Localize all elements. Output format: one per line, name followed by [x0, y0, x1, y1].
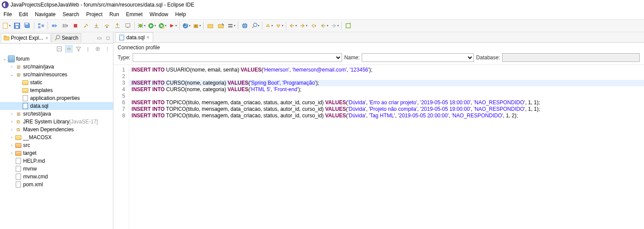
menu-run[interactable]: Run — [106, 10, 123, 18]
close-icon[interactable]: × — [147, 34, 150, 41]
new-server-button[interactable] — [226, 21, 236, 31]
save-button[interactable] — [12, 21, 22, 31]
sql-file-icon — [119, 34, 125, 41]
minimize-icon[interactable]: ▭ — [96, 35, 103, 41]
toggle-breadcrumb-button[interactable] — [36, 21, 46, 31]
menu-window[interactable]: Window — [146, 10, 172, 18]
tree-item[interactable]: application.properties — [0, 94, 113, 102]
title-bar: JavaProjectsEclipseJavaWeb - forum/src/m… — [0, 0, 644, 10]
code-content[interactable]: INSERT INTO USUARIO(nome, email, senha) … — [129, 65, 644, 229]
new-button[interactable] — [2, 21, 11, 31]
open-task-button[interactable] — [216, 21, 226, 31]
back-button[interactable] — [288, 21, 298, 31]
tree-item[interactable]: mvnw.cmd — [0, 173, 113, 181]
svg-text:J: J — [184, 23, 187, 28]
project-tree[interactable]: forum⊞src/main/java⊞src/main/resourcesst… — [0, 54, 113, 229]
editor-area: data.sql × Connection profile Type: Name… — [113, 32, 644, 229]
code-editor[interactable]: 12345678 INSERT INTO USUARIO(nome, email… — [113, 65, 644, 229]
name-combo[interactable] — [362, 53, 474, 62]
drop-to-frame-button[interactable] — [123, 21, 133, 31]
tree-item[interactable]: ⊞src/main/resources — [0, 71, 113, 79]
tree-item[interactable]: target — [0, 149, 113, 157]
database-label: Database: — [476, 55, 500, 61]
resume-button[interactable] — [60, 21, 70, 31]
step-into-button[interactable] — [92, 21, 101, 31]
collapse-all-button[interactable] — [55, 45, 63, 53]
tree-item[interactable]: forum — [0, 55, 113, 63]
last-edit-button[interactable] — [309, 21, 319, 31]
save-all-button[interactable] — [23, 21, 32, 31]
tree-item[interactable]: data.sql — [0, 102, 113, 110]
focus-button[interactable] — [94, 45, 102, 53]
svg-rect-9 — [42, 25, 44, 27]
tree-item[interactable]: ⊞src/test/java — [0, 110, 113, 118]
separator — [48, 22, 48, 30]
link-editor-button[interactable] — [65, 45, 73, 53]
menu-edit[interactable]: Edit — [15, 10, 31, 18]
connection-profile-row: Type: Name: Database: — [113, 51, 644, 65]
tab-project-explorer[interactable]: Project Expl... × — [1, 33, 51, 42]
separator — [34, 22, 34, 30]
nav-back-button[interactable] — [319, 21, 329, 31]
close-icon[interactable]: × — [45, 35, 48, 41]
run-last-button[interactable] — [168, 21, 178, 31]
type-combo[interactable] — [133, 53, 342, 62]
menu-help[interactable]: Help — [172, 10, 190, 18]
window-title: JavaProjectsEclipseJavaWeb - forum/src/m… — [10, 2, 194, 8]
svg-rect-35 — [4, 36, 6, 37]
web-browser-button[interactable] — [240, 21, 250, 31]
terminate-button[interactable] — [71, 21, 80, 31]
tree-item[interactable]: ⊞src/main/java — [0, 63, 113, 71]
menu-project[interactable]: Project — [82, 10, 106, 18]
open-type-button[interactable] — [206, 21, 215, 31]
tree-item[interactable]: ⧉Maven Dependencies — [0, 126, 113, 133]
filter-button[interactable] — [75, 45, 82, 53]
skip-breakpoints-button[interactable] — [50, 21, 59, 31]
nav-forward-button[interactable] — [330, 21, 339, 31]
new-package-button[interactable] — [192, 21, 202, 31]
view-menu-button[interactable]: ⋮ — [103, 45, 111, 53]
separator — [179, 22, 180, 30]
tree-item[interactable]: templates — [0, 86, 113, 94]
debug-button[interactable] — [137, 21, 146, 31]
connection-profile-header: Connection profile — [113, 43, 644, 51]
svg-point-18 — [139, 24, 142, 27]
tab-search[interactable]: Search — [51, 33, 81, 42]
coverage-button[interactable] — [158, 21, 167, 31]
editor-tab-bar: data.sql × — [113, 32, 644, 43]
forward-button[interactable] — [298, 21, 308, 31]
svg-rect-28 — [228, 24, 233, 25]
menu-file[interactable]: File — [0, 10, 15, 18]
search-button[interactable] — [250, 21, 260, 31]
disconnect-button[interactable] — [81, 21, 91, 31]
run-button[interactable] — [147, 21, 157, 31]
explorer-toolbar: | ⋮ — [0, 44, 113, 54]
tree-item[interactable]: __MACOSX — [0, 133, 113, 141]
separator — [262, 22, 262, 30]
step-return-button[interactable] — [113, 21, 122, 31]
side-tab-bar: Project Expl... × Search ▭ □ — [0, 32, 113, 44]
pin-editor-button[interactable] — [343, 21, 353, 31]
main-toolbar: J — [0, 19, 644, 32]
tree-item[interactable]: static — [0, 79, 113, 86]
svg-point-15 — [106, 26, 108, 28]
maximize-icon[interactable]: □ — [105, 35, 111, 41]
svg-point-10 — [52, 24, 55, 27]
svg-rect-27 — [218, 24, 223, 28]
tree-item[interactable]: ⧉JRE System Library [JavaSE-17] — [0, 118, 113, 126]
tree-item[interactable]: mvnw — [0, 165, 113, 173]
new-java-button[interactable]: J — [182, 21, 191, 31]
database-combo[interactable] — [502, 53, 640, 62]
tree-item[interactable]: pom.xml — [0, 181, 113, 188]
tab-data-sql[interactable]: data.sql × — [115, 32, 153, 42]
svg-rect-12 — [65, 24, 65, 27]
name-label: Name: — [344, 55, 360, 61]
tree-item[interactable]: HELP.md — [0, 157, 113, 165]
prev-annotation-button[interactable] — [264, 21, 274, 31]
next-annotation-button[interactable] — [274, 21, 284, 31]
tree-item[interactable]: src — [0, 141, 113, 149]
menu-search[interactable]: Search — [59, 10, 82, 18]
menu-emmet[interactable]: Emmet — [123, 10, 146, 18]
menu-navigate[interactable]: Navigate — [31, 10, 59, 18]
step-over-button[interactable] — [102, 21, 112, 31]
